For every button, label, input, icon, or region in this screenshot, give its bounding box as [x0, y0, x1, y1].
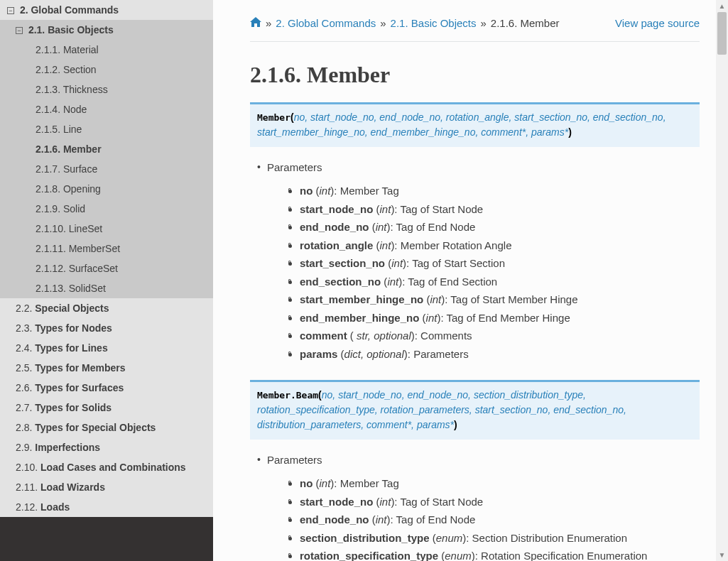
- nav-l2-item[interactable]: 2.5. Types for Members: [0, 358, 213, 378]
- param-item: rotation_specification_type (enum): Rota…: [300, 547, 700, 561]
- nav-l3-item[interactable]: 2.1.13. SolidSet: [0, 278, 213, 298]
- sidebar: − 2. Global Commands − 2.1. Basic Object…: [0, 0, 213, 561]
- param-item: start_section_no (int): Tag of Start Sec…: [300, 254, 700, 273]
- scrollbar-thumb[interactable]: [717, 12, 727, 55]
- breadcrumb-separator: »: [266, 17, 271, 29]
- param-item: end_section_no (int): Tag of End Section: [300, 273, 700, 291]
- nav-l3-item[interactable]: 2.1.12. SurfaceSet: [0, 258, 213, 278]
- home-icon[interactable]: [250, 17, 261, 30]
- nav-l2-item[interactable]: 2.11. Load Wizards: [0, 477, 213, 497]
- nav-l3-item[interactable]: 2.1.10. LineSet: [0, 219, 213, 239]
- breadcrumb-link[interactable]: 2.1. Basic Objects: [391, 17, 477, 29]
- nav-l2-item[interactable]: 2.4. Types for Lines: [0, 338, 213, 358]
- nav-l2-item[interactable]: 2.8. Types for Special Objects: [0, 418, 213, 437]
- nav-l3-item[interactable]: 2.1.5. Line: [0, 119, 213, 139]
- param-item: end_node_no (int): Tag of End Node: [300, 218, 700, 236]
- param-item: comment ( str, optional): Comments: [300, 327, 700, 345]
- nav-l3-item[interactable]: 2.1.6. Member: [0, 139, 213, 159]
- signature-member: Member(no, start_node_no, end_node_no, r…: [250, 102, 700, 147]
- nav-l3-item[interactable]: 2.1.4. Node: [0, 99, 213, 119]
- nav-l2-item[interactable]: 2.10. Load Cases and Combinations: [0, 457, 213, 477]
- nav-l2-item[interactable]: 2.6. Types for Surfaces: [0, 378, 213, 398]
- param-item: no (int): Member Tag: [300, 474, 700, 493]
- nav-l2-basic-objects[interactable]: − 2.1. Basic Objects 2.1.1. Material2.1.…: [0, 20, 213, 298]
- param-item: no (int): Member Tag: [300, 182, 700, 200]
- signature-member-beam: Member.Beam(no, start_node_no, end_node_…: [250, 380, 700, 440]
- nav-l3-item[interactable]: 2.1.3. Thickness: [0, 80, 213, 99]
- scroll-up-icon[interactable]: ▲: [716, 0, 728, 12]
- parameters-heading: Parameters: [267, 161, 700, 173]
- view-source-link[interactable]: View page source: [615, 17, 700, 29]
- param-item: section_distribution_type (enum): Sectio…: [300, 529, 700, 548]
- nav-l1-global-commands[interactable]: − 2. Global Commands − 2.1. Basic Object…: [0, 0, 213, 517]
- param-item: end_node_no (int): Tag of End Node: [300, 511, 700, 529]
- main-content: » 2. Global Commands » 2.1. Basic Object…: [213, 0, 728, 561]
- nav-l2-item[interactable]: 2.9. Imperfections: [0, 437, 213, 457]
- nav-l3-item[interactable]: 2.1.2. Section: [0, 60, 213, 80]
- nav-l3-item[interactable]: 2.1.7. Surface: [0, 159, 213, 179]
- nav-l2-item[interactable]: 2.12. Loads: [0, 497, 213, 517]
- breadcrumb-separator: »: [380, 17, 386, 29]
- parameters-heading: Parameters: [267, 454, 700, 466]
- vertical-scrollbar[interactable]: ▲ ▼: [716, 0, 728, 561]
- nav-l2-item[interactable]: 2.2. Special Objects: [0, 298, 213, 318]
- breadcrumb-current: 2.1.6. Member: [491, 17, 560, 29]
- collapse-icon[interactable]: −: [7, 7, 14, 14]
- nav-l3-item[interactable]: 2.1.8. Opening: [0, 179, 213, 199]
- breadcrumb-separator: »: [480, 17, 486, 29]
- param-item: start_member_hinge_no (int): Tag of Star…: [300, 290, 700, 309]
- scroll-down-icon[interactable]: ▼: [716, 549, 728, 561]
- breadcrumb-link[interactable]: 2. Global Commands: [276, 17, 376, 29]
- nav-l2-item[interactable]: 2.7. Types for Solids: [0, 398, 213, 418]
- param-item: start_node_no (int): Tag of Start Node: [300, 493, 700, 511]
- collapse-icon[interactable]: −: [16, 27, 23, 34]
- page-title: 2.1.6. Member: [250, 62, 700, 88]
- breadcrumbs: » 2. Global Commands » 2.1. Basic Object…: [250, 17, 700, 42]
- nav-l2-item[interactable]: 2.3. Types for Nodes: [0, 318, 213, 338]
- param-item: params (dict, optional): Parameters: [300, 345, 700, 364]
- param-item: rotation_angle (int): Member Rotation An…: [300, 236, 700, 255]
- nav-l3-item[interactable]: 2.1.1. Material: [0, 40, 213, 60]
- param-item: start_node_no (int): Tag of Start Node: [300, 200, 700, 219]
- param-item: end_member_hinge_no (int): Tag of End Me…: [300, 309, 700, 327]
- nav-l3-item[interactable]: 2.1.9. Solid: [0, 199, 213, 219]
- nav-l3-item[interactable]: 2.1.11. MemberSet: [0, 239, 213, 258]
